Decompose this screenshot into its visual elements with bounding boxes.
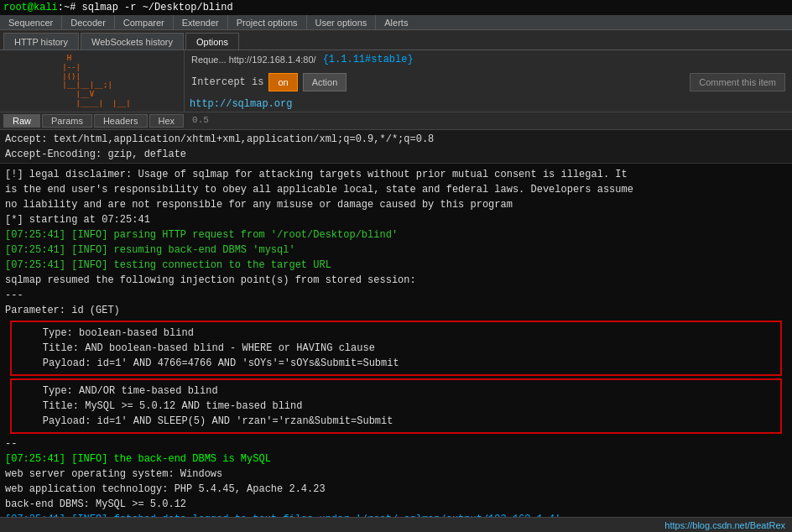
burp-version: {1.1.11#stable}	[323, 54, 414, 65]
request-content: Accept: text/html,application/xhtml+xml,…	[0, 130, 792, 164]
starting-line: [*] starting at 07:25:41	[5, 212, 787, 227]
web-os: web server operating system: Windows	[5, 467, 787, 482]
accept-header: Accept: text/html,application/xhtml+xml,…	[5, 132, 787, 147]
box2-line3: Payload: id=1' AND SLEEP(5) AND 'rzan'='…	[18, 414, 774, 429]
menu-extender[interactable]: Extender	[174, 15, 227, 29]
terminal-content: [!] legal disclaimer: Usage of sqlmap fo…	[0, 164, 792, 517]
req-tab-hex[interactable]: Hex	[149, 114, 185, 128]
status-url: https://blog.csdn.net/BeatRex	[664, 520, 785, 530]
info-line-4: [07:25:41] [INFO] the back-end DBMS is M…	[5, 451, 787, 467]
disclaimer-1: [!] legal disclaimer: Usage of sqlmap fo…	[5, 167, 787, 182]
web-tech: web application technology: PHP 5.4.45, …	[5, 482, 787, 497]
intercept-row: Intercept is on Action Comment this item	[185, 69, 792, 96]
dashes-line: ---	[5, 288, 787, 303]
request-indicator: Reque... http://192.168.1.4:80/	[191, 55, 316, 65]
info-line-3: [07:25:41] [INFO] testing connection to …	[5, 258, 787, 273]
info-line-1: [07:25:41] [INFO] parsing HTTP request f…	[5, 227, 787, 243]
box2-line1: Type: AND/OR time-based blind	[18, 383, 774, 399]
box1-line3: Payload: id=1' AND 4766=4766 AND 'sOYs'=…	[18, 356, 774, 371]
encoding-header: Accept-Encoding: gzip, deflate	[5, 147, 787, 162]
menu-alerts[interactable]: Alerts	[376, 15, 416, 29]
box1-line2: Title: AND boolean-based blind - WHERE o…	[18, 341, 774, 356]
action-button[interactable]: Action	[303, 73, 347, 91]
tab-websockets-history[interactable]: WebSockets history	[81, 33, 184, 50]
info-line-5: [07:25:41] [INFO] fetched data logged to…	[5, 512, 787, 517]
comment-button[interactable]: Comment this item	[690, 73, 785, 91]
menu-project-options[interactable]: Project options	[228, 15, 306, 29]
box1-line1: Type: boolean-based blind	[18, 326, 774, 341]
menu-sequencer[interactable]: Sequencer	[0, 15, 61, 29]
params-count: 0.5	[185, 114, 216, 128]
burp-logo-column: H |--| |()| |__|__|__;| |__V |____| |__|	[0, 50, 185, 112]
request-tabs: Raw Params Headers Hex 0.5	[0, 112, 792, 130]
info-line-2: [07:25:41] [INFO] resuming back-end DBMS…	[5, 243, 787, 258]
injection-box-2: Type: AND/OR time-based blind Title: MyS…	[10, 378, 782, 434]
intercept-on-button[interactable]: on	[268, 73, 297, 91]
burp-ascii-logo: H |--| |()| |__|__|__;| |__V |____| |__|	[53, 54, 130, 108]
tab-http-history[interactable]: HTTP history	[3, 33, 79, 50]
burp-right-col: Reque... http://192.168.1.4:80/ {1.1.11#…	[185, 50, 792, 112]
req-tab-raw[interactable]: Raw	[3, 114, 40, 128]
prompt-user: root@kali	[3, 2, 58, 13]
terminal-main: [!] legal disclaimer: Usage of sqlmap fo…	[0, 164, 792, 517]
dashes-2: --	[5, 436, 787, 451]
top-menubar: Sequencer Decoder Comparer Extender Proj…	[0, 15, 792, 30]
injection-box-1: Type: boolean-based blind Title: AND boo…	[10, 321, 782, 376]
menu-decoder[interactable]: Decoder	[62, 15, 114, 29]
menu-user-options[interactable]: User options	[307, 15, 376, 29]
resumed-line: sqlmap resumed the following injection p…	[5, 273, 787, 288]
disclaimer-2: is the end user's responsibility to obey…	[5, 182, 787, 197]
burp-url: http://sqlmap.org	[185, 96, 792, 112]
dbms-line: back-end DBMS: MySQL >= 5.0.12	[5, 497, 787, 512]
terminal-prompt: root@kali:~# sqlmap -r ~/Desktop/blind	[0, 0, 792, 15]
req-tab-params[interactable]: Params	[42, 114, 92, 128]
burp-header: H |--| |()| |__|__|__;| |__V |____| |__|…	[0, 50, 792, 112]
tab-options[interactable]: Options	[185, 33, 239, 50]
tab-bar: HTTP history WebSockets history Options	[0, 30, 792, 50]
intercept-label: Intercept is	[191, 76, 263, 88]
disclaimer-3: no liability and are not responsible for…	[5, 197, 787, 212]
status-bar: https://blog.csdn.net/BeatRex	[0, 517, 792, 532]
param-header: Parameter: id (GET)	[5, 303, 787, 318]
menu-comparer[interactable]: Comparer	[115, 15, 173, 29]
box2-line2: Title: MySQL >= 5.0.12 AND time-based bl…	[18, 399, 774, 414]
app-container: root@kali:~# sqlmap -r ~/Desktop/blind S…	[0, 0, 792, 532]
req-tab-headers[interactable]: Headers	[94, 114, 148, 128]
